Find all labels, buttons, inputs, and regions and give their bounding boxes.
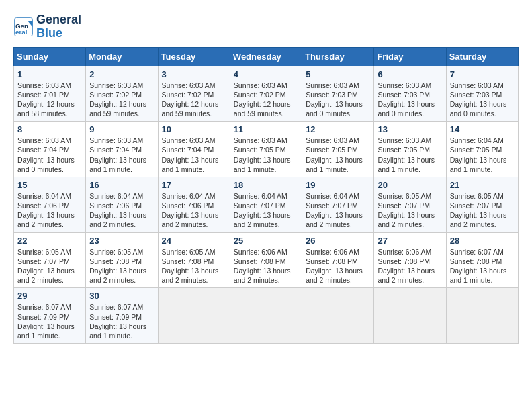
empty-cell (446, 288, 518, 344)
day-info: Sunrise: 6:05 AM Sunset: 7:07 PM Dayligh… (17, 247, 82, 285)
day-cell-26: 26Sunrise: 6:06 AM Sunset: 7:08 PM Dayli… (302, 232, 374, 288)
col-header-sunday: Sunday (14, 47, 86, 66)
day-number: 20 (378, 180, 442, 190)
week-row-2: 8Sunrise: 6:03 AM Sunset: 7:04 PM Daylig… (14, 122, 519, 177)
day-info: Sunrise: 6:06 AM Sunset: 7:08 PM Dayligh… (234, 247, 298, 285)
day-cell-27: 27Sunrise: 6:06 AM Sunset: 7:08 PM Dayli… (374, 232, 446, 288)
day-cell-14: 14Sunrise: 6:04 AM Sunset: 7:05 PM Dayli… (446, 122, 518, 177)
empty-cell (302, 288, 374, 344)
day-number: 8 (17, 124, 82, 134)
day-cell-12: 12Sunrise: 6:03 AM Sunset: 7:05 PM Dayli… (302, 122, 374, 177)
day-number: 14 (450, 124, 515, 134)
empty-cell (158, 288, 230, 344)
day-number: 12 (306, 124, 370, 134)
day-number: 1 (17, 69, 82, 79)
col-header-thursday: Thursday (302, 47, 374, 66)
day-info: Sunrise: 6:03 AM Sunset: 7:04 PM Dayligh… (17, 136, 82, 174)
day-number: 15 (17, 180, 82, 190)
day-cell-10: 10Sunrise: 6:03 AM Sunset: 7:04 PM Dayli… (158, 122, 230, 177)
day-cell-13: 13Sunrise: 6:03 AM Sunset: 7:05 PM Dayli… (374, 122, 446, 177)
day-cell-2: 2Sunrise: 6:03 AM Sunset: 7:02 PM Daylig… (86, 66, 158, 122)
day-number: 6 (378, 69, 442, 79)
day-info: Sunrise: 6:06 AM Sunset: 7:08 PM Dayligh… (378, 247, 442, 285)
svg-text:eral: eral (15, 28, 28, 35)
day-info: Sunrise: 6:03 AM Sunset: 7:03 PM Dayligh… (450, 81, 515, 119)
calendar-table: SundayMondayTuesdayWednesdayThursdayFrid… (13, 47, 519, 344)
col-header-saturday: Saturday (446, 47, 518, 66)
col-header-tuesday: Tuesday (158, 47, 230, 66)
day-info: Sunrise: 6:03 AM Sunset: 7:03 PM Dayligh… (378, 81, 442, 119)
day-number: 4 (234, 69, 298, 79)
day-cell-18: 18Sunrise: 6:04 AM Sunset: 7:07 PM Dayli… (230, 177, 302, 232)
day-info: Sunrise: 6:05 AM Sunset: 7:08 PM Dayligh… (162, 247, 226, 285)
day-info: Sunrise: 6:07 AM Sunset: 7:09 PM Dayligh… (17, 302, 82, 340)
day-number: 19 (306, 180, 370, 190)
day-cell-5: 5Sunrise: 6:03 AM Sunset: 7:03 PM Daylig… (302, 66, 374, 122)
day-cell-23: 23Sunrise: 6:05 AM Sunset: 7:08 PM Dayli… (86, 232, 158, 288)
day-info: Sunrise: 6:03 AM Sunset: 7:02 PM Dayligh… (162, 81, 226, 119)
day-info: Sunrise: 6:07 AM Sunset: 7:08 PM Dayligh… (450, 247, 515, 285)
day-info: Sunrise: 6:05 AM Sunset: 7:08 PM Dayligh… (89, 247, 154, 285)
day-cell-24: 24Sunrise: 6:05 AM Sunset: 7:08 PM Dayli… (158, 232, 230, 288)
day-info: Sunrise: 6:04 AM Sunset: 7:05 PM Dayligh… (450, 136, 515, 174)
day-cell-17: 17Sunrise: 6:04 AM Sunset: 7:06 PM Dayli… (158, 177, 230, 232)
day-number: 24 (162, 236, 226, 246)
day-info: Sunrise: 6:05 AM Sunset: 7:07 PM Dayligh… (450, 191, 515, 230)
day-cell-19: 19Sunrise: 6:04 AM Sunset: 7:07 PM Dayli… (302, 177, 374, 232)
col-header-friday: Friday (374, 47, 446, 66)
day-cell-11: 11Sunrise: 6:03 AM Sunset: 7:05 PM Dayli… (230, 122, 302, 177)
day-number: 9 (89, 124, 154, 134)
day-info: Sunrise: 6:04 AM Sunset: 7:06 PM Dayligh… (17, 191, 82, 230)
day-cell-7: 7Sunrise: 6:03 AM Sunset: 7:03 PM Daylig… (446, 66, 518, 122)
day-number: 5 (306, 69, 370, 79)
day-info: Sunrise: 6:03 AM Sunset: 7:05 PM Dayligh… (306, 136, 370, 174)
day-number: 7 (450, 69, 515, 79)
day-info: Sunrise: 6:06 AM Sunset: 7:08 PM Dayligh… (306, 247, 370, 285)
week-row-1: 1Sunrise: 6:03 AM Sunset: 7:01 PM Daylig… (14, 66, 519, 122)
week-row-4: 22Sunrise: 6:05 AM Sunset: 7:07 PM Dayli… (14, 232, 519, 288)
logo-text: General Blue (36, 13, 81, 40)
day-cell-6: 6Sunrise: 6:03 AM Sunset: 7:03 PM Daylig… (374, 66, 446, 122)
day-cell-8: 8Sunrise: 6:03 AM Sunset: 7:04 PM Daylig… (14, 122, 86, 177)
day-number: 2 (89, 69, 154, 79)
logo-icon: Gen eral (13, 17, 34, 37)
day-number: 16 (89, 180, 154, 190)
day-cell-22: 22Sunrise: 6:05 AM Sunset: 7:07 PM Dayli… (14, 232, 86, 288)
day-cell-25: 25Sunrise: 6:06 AM Sunset: 7:08 PM Dayli… (230, 232, 302, 288)
day-number: 17 (162, 180, 226, 190)
calendar-body: 1Sunrise: 6:03 AM Sunset: 7:01 PM Daylig… (14, 66, 519, 343)
empty-cell (230, 288, 302, 344)
day-info: Sunrise: 6:05 AM Sunset: 7:07 PM Dayligh… (378, 191, 442, 230)
day-info: Sunrise: 6:03 AM Sunset: 7:02 PM Dayligh… (234, 81, 298, 119)
day-info: Sunrise: 6:03 AM Sunset: 7:05 PM Dayligh… (234, 136, 298, 174)
day-number: 23 (89, 236, 154, 246)
day-number: 25 (234, 236, 298, 246)
day-info: Sunrise: 6:03 AM Sunset: 7:05 PM Dayligh… (378, 136, 442, 174)
day-number: 26 (306, 236, 370, 246)
day-cell-1: 1Sunrise: 6:03 AM Sunset: 7:01 PM Daylig… (14, 66, 86, 122)
day-number: 11 (234, 124, 298, 134)
day-cell-16: 16Sunrise: 6:04 AM Sunset: 7:06 PM Dayli… (86, 177, 158, 232)
day-cell-30: 30Sunrise: 6:07 AM Sunset: 7:09 PM Dayli… (86, 288, 158, 344)
day-number: 21 (450, 180, 515, 190)
day-cell-28: 28Sunrise: 6:07 AM Sunset: 7:08 PM Dayli… (446, 232, 518, 288)
week-row-3: 15Sunrise: 6:04 AM Sunset: 7:06 PM Dayli… (14, 177, 519, 232)
day-number: 10 (162, 124, 226, 134)
day-number: 18 (234, 180, 298, 190)
day-info: Sunrise: 6:03 AM Sunset: 7:01 PM Dayligh… (17, 81, 82, 119)
week-row-5: 29Sunrise: 6:07 AM Sunset: 7:09 PM Dayli… (14, 288, 519, 344)
day-info: Sunrise: 6:04 AM Sunset: 7:07 PM Dayligh… (306, 191, 370, 230)
header: Gen eral General Blue (13, 13, 519, 40)
day-info: Sunrise: 6:04 AM Sunset: 7:07 PM Dayligh… (234, 191, 298, 230)
logo: Gen eral General Blue (13, 13, 81, 40)
day-cell-20: 20Sunrise: 6:05 AM Sunset: 7:07 PM Dayli… (374, 177, 446, 232)
empty-cell (374, 288, 446, 344)
day-info: Sunrise: 6:03 AM Sunset: 7:04 PM Dayligh… (89, 136, 154, 174)
day-info: Sunrise: 6:03 AM Sunset: 7:03 PM Dayligh… (306, 81, 370, 119)
day-info: Sunrise: 6:07 AM Sunset: 7:09 PM Dayligh… (89, 302, 154, 340)
day-number: 29 (17, 291, 82, 301)
day-number: 30 (89, 291, 154, 301)
day-cell-21: 21Sunrise: 6:05 AM Sunset: 7:07 PM Dayli… (446, 177, 518, 232)
day-number: 28 (450, 236, 515, 246)
day-cell-3: 3Sunrise: 6:03 AM Sunset: 7:02 PM Daylig… (158, 66, 230, 122)
